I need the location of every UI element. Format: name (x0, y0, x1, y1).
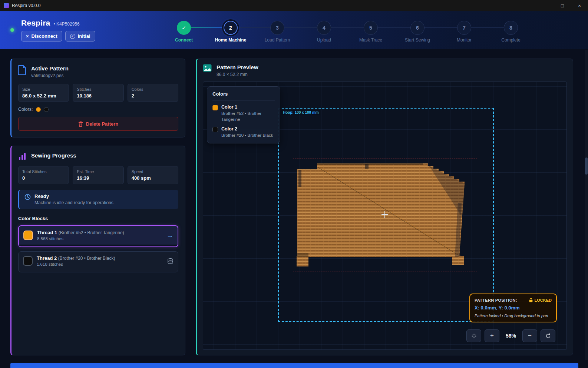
sewing-progress-title: Sewing Progress (31, 152, 76, 159)
app-name: Respira (21, 19, 50, 27)
check-icon: ✓ (182, 25, 186, 31)
thread-2-swatch (23, 256, 33, 266)
step-circle: 3 (270, 21, 284, 35)
scrollbar-track[interactable] (585, 50, 588, 360)
step-monitor[interactable]: 7 Monitor (441, 21, 488, 43)
colors-row-label: Colors: (18, 107, 33, 112)
step-mask-trace[interactable]: 5 Mask Trace (347, 21, 394, 43)
thread-2-stitches: 1.618 stitches (37, 262, 163, 266)
fit-view-button[interactable] (466, 329, 481, 342)
refresh-icon (545, 333, 551, 339)
stat-colors: Colors 2 (128, 84, 178, 102)
pattern-filename: valetudogv2.pes (31, 73, 69, 78)
connection-status-dot (10, 28, 14, 32)
machine-status-banner: Ready Machine is idle and ready for oper… (18, 190, 178, 209)
thread-1-name: Thread 1 (Brother #52 • Brother Tangerin… (37, 230, 162, 235)
thread-block-2[interactable]: Thread 2 (Brother #20 • Brother Black) 1… (18, 251, 178, 272)
initial-label: Initial (78, 33, 90, 39)
thread-1-swatch (23, 231, 33, 240)
position-title: PATTERN POSITION: (475, 298, 517, 302)
status-title: Ready (34, 193, 113, 199)
stat-size: Size 86.0 x 52.2 mm (18, 84, 69, 102)
colors-panel-title: Colors (212, 91, 275, 100)
thread-2-name: Thread 2 (Brother #20 • Brother Black) (37, 255, 163, 261)
colors-panel-item-1: Color 1 Brother #52 • Brother Tangerine (212, 105, 275, 122)
pattern-preview-card: Pattern Preview 86.0 × 52.2 mm Colors Co… (196, 59, 573, 355)
zoom-out-button[interactable]: − (522, 329, 537, 342)
scrollbar-thumb[interactable] (585, 158, 588, 175)
step-circle: 7 (457, 21, 471, 35)
layers-stack-icon (167, 258, 174, 264)
check-circle-icon: ✓ (70, 34, 75, 39)
maximize-button[interactable]: □ (554, 0, 571, 11)
workflow-stepper: ✓ Connect 2 Home Machine 3 Load Pattern … (161, 21, 534, 43)
stat-est-time: Est. Time 16:39 (73, 166, 123, 184)
minimize-button[interactable]: – (537, 0, 554, 11)
position-hint: Pattern locked • Drag background to pan (475, 314, 552, 318)
arrow-right-icon: → (166, 232, 173, 239)
delete-pattern-button[interactable]: Delete Pattern (18, 117, 178, 131)
step-circle-active: 2 (224, 21, 238, 35)
lock-icon (529, 298, 533, 302)
preview-canvas[interactable]: Colors Color 1 Brother #52 • Brother Tan… (203, 82, 567, 350)
left-column: Active Pattern valetudogv2.pes Size 86.0… (10, 59, 185, 355)
color-dot-2 (44, 107, 49, 112)
step-label: Monitor (457, 37, 472, 43)
step-circle: 8 (504, 21, 518, 35)
thread-1-progress (19, 245, 178, 246)
file-icon (18, 65, 26, 75)
zoom-controls: + 58% − (466, 329, 555, 342)
colors-panel: Colors Color 1 Brother #52 • Brother Tan… (207, 86, 280, 143)
locked-badge: LOCKED (529, 298, 552, 302)
disconnect-button[interactable]: × Disconnect (21, 31, 62, 42)
color-blocks-label: Color Blocks (18, 216, 178, 221)
reset-view-button[interactable] (541, 329, 555, 342)
color-dot-1 (36, 107, 41, 112)
bar-chart-icon (18, 152, 26, 160)
hoop-label: Hoop: 100 x 100 mm (281, 110, 320, 115)
main-content: Active Pattern valetudogv2.pes Size 86.0… (0, 49, 588, 363)
step-circle: 5 (364, 21, 378, 35)
step-connect[interactable]: ✓ Connect (161, 21, 207, 43)
zoom-level: 58% (503, 333, 519, 339)
step-home-machine[interactable]: 2 Home Machine (207, 21, 254, 43)
zoom-in-button[interactable]: + (485, 329, 499, 342)
bottom-accent-bar (10, 363, 578, 368)
step-upload[interactable]: 4 Upload (301, 21, 347, 43)
step-start-sewing[interactable]: 6 Start Sewing (394, 21, 441, 43)
image-icon (203, 64, 212, 72)
step-label: Load Pattern (265, 37, 290, 43)
crosshair-icon (381, 211, 388, 218)
color-1-swatch (212, 105, 218, 110)
active-pattern-card: Active Pattern valetudogv2.pes Size 86.0… (10, 59, 185, 137)
colors-panel-item-2: Color 2 Brother #20 • Brother Black (212, 126, 275, 139)
step-label: Upload (317, 37, 331, 43)
app-window: Respira v0.0.0 – □ × Respira • K4P502956… (0, 0, 588, 368)
step-circle: 4 (317, 21, 331, 35)
stat-stitches: Stitches 10.186 (73, 84, 123, 102)
disconnect-label: Disconnect (32, 33, 57, 39)
initial-button[interactable]: ✓ Initial (65, 31, 95, 42)
step-label: Start Sewing (405, 37, 430, 43)
app-header: Respira • K4P502956 × Disconnect ✓ Initi… (0, 11, 588, 49)
titlebar: Respira v0.0.0 – □ × (0, 0, 588, 11)
window-controls: – □ × (537, 0, 588, 11)
step-load-pattern[interactable]: 3 Load Pattern (254, 21, 301, 43)
delete-pattern-label: Delete Pattern (86, 121, 118, 127)
brand-area: Respira • K4P502956 × Disconnect ✓ Initi… (0, 19, 95, 42)
step-label: Mask Trace (359, 37, 382, 43)
fit-view-icon (471, 333, 477, 339)
step-complete[interactable]: 8 Complete (488, 21, 534, 43)
pattern-dimensions: 86.0 × 52.2 mm (217, 72, 258, 77)
clock-icon (24, 194, 31, 200)
close-button[interactable]: × (571, 0, 588, 11)
color-2-swatch (212, 127, 218, 132)
thread-1-stitches: 8.568 stitches (37, 236, 162, 241)
thread-block-1[interactable]: Thread 1 (Brother #52 • Brother Tangerin… (18, 225, 178, 247)
step-label: Home Machine (215, 37, 247, 43)
step-label: Connect (175, 37, 193, 43)
trash-icon (78, 121, 83, 127)
step-label: Complete (501, 37, 520, 43)
step-circle: 6 (410, 21, 425, 35)
status-message: Machine is idle and ready for operations (34, 200, 113, 205)
